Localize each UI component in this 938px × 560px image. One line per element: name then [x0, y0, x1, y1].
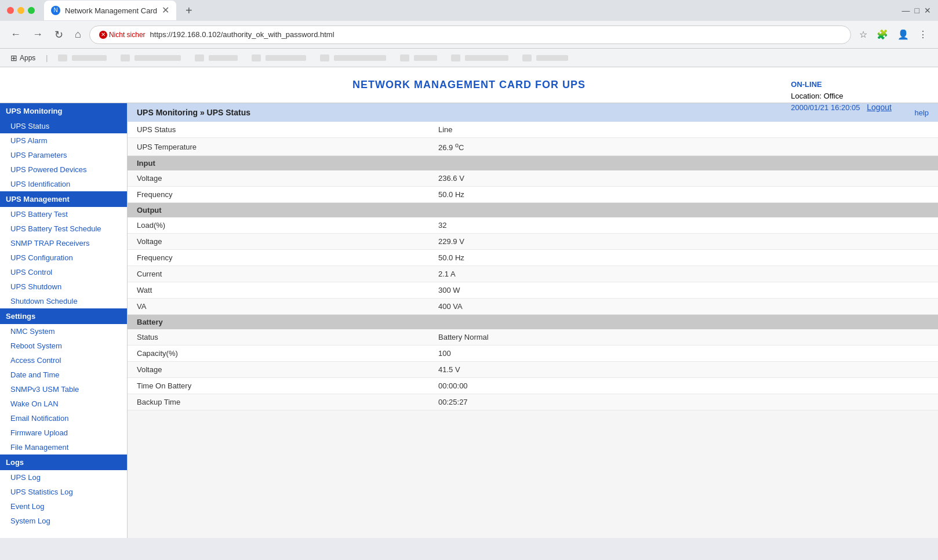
browser-titlebar: N Network Management Card ✕ + — □ ✕: [0, 0, 938, 21]
help-link[interactable]: help: [914, 108, 929, 117]
extensions-icon[interactable]: 🧩: [873, 27, 892, 42]
sidebar-item-reboot-system[interactable]: Reboot System: [0, 339, 127, 353]
row-value: 32: [429, 217, 938, 234]
breadcrumb: UPS Monitoring » UPS Status: [137, 108, 250, 117]
tab-title: Network Management Card: [65, 6, 157, 15]
sidebar-section-settings[interactable]: Settings: [0, 308, 127, 324]
sidebar-item-ups-alarm[interactable]: UPS Alarm: [0, 133, 127, 148]
sidebar-section-logs[interactable]: Logs: [0, 454, 127, 470]
table-row: Time On Battery 00:00:00: [128, 378, 938, 394]
window-maximize-icon[interactable]: □: [915, 6, 919, 15]
status-table: UPS Status Line UPS Temperature 26.9 oC …: [128, 122, 938, 410]
nav-home-btn[interactable]: ⌂: [71, 26, 85, 43]
toolbar-icons: ☆ 🧩 👤 ⋮: [856, 27, 931, 42]
row-label: UPS Temperature: [128, 138, 429, 156]
bookmark-apps[interactable]: ⊞ Apps: [7, 52, 39, 64]
sidebar-item-email-notification[interactable]: Email Notification: [0, 411, 127, 426]
bookmark-star-icon[interactable]: ☆: [856, 27, 871, 42]
table-row: Capacity(%) 100: [128, 346, 938, 362]
sidebar-item-wake-on-lan[interactable]: Wake On LAN: [0, 397, 127, 411]
sidebar-item-ups-log[interactable]: UPS Log: [0, 470, 127, 485]
window-minimize-btn[interactable]: [17, 7, 24, 14]
sidebar-item-ups-parameters[interactable]: UPS Parameters: [0, 148, 127, 162]
bookmark-4[interactable]: [248, 53, 310, 63]
sidebar-section-ups-management[interactable]: UPS Management: [0, 191, 127, 207]
main-layout: UPS Monitoring UPS Status UPS Alarm UPS …: [0, 103, 938, 538]
row-value: 229.9 V: [429, 234, 938, 250]
row-value: Line: [429, 122, 938, 138]
bookmark-8[interactable]: [519, 53, 572, 63]
table-row: Frequency 50.0 Hz: [128, 250, 938, 266]
settings-dots-icon[interactable]: ⋮: [915, 27, 931, 42]
sidebar-item-date-and-time[interactable]: Date and Time: [0, 368, 127, 382]
sidebar-item-shutdown-schedule[interactable]: Shutdown Schedule: [0, 294, 127, 308]
nav-back-btn[interactable]: ←: [7, 26, 24, 43]
bookmark-1[interactable]: [54, 53, 110, 63]
bookmark-5[interactable]: [317, 53, 390, 63]
table-row: Frequency 50.0 Hz: [128, 187, 938, 203]
browser-chrome: N Network Management Card ✕ + — □ ✕ ← → …: [0, 0, 938, 67]
table-section-output: Output: [128, 203, 938, 218]
sidebar-item-nmc-system[interactable]: NMC System: [0, 324, 127, 339]
row-label: Frequency: [128, 250, 429, 266]
row-label: Watt: [128, 282, 429, 299]
sidebar-item-snmp-trap-receivers[interactable]: SNMP TRAP Receivers: [0, 236, 127, 250]
section-label: Battery: [128, 315, 938, 330]
window-close-btn[interactable]: [7, 7, 14, 14]
sidebar-item-event-log[interactable]: Event Log: [0, 499, 127, 514]
window-close-icon[interactable]: ✕: [924, 6, 931, 15]
section-label: Output: [128, 203, 938, 218]
sidebar-item-system-log[interactable]: System Log: [0, 514, 127, 528]
table-row: Voltage 41.5 V: [128, 362, 938, 378]
tab-close-btn[interactable]: ✕: [162, 6, 169, 15]
nav-reload-btn[interactable]: ↻: [51, 26, 67, 43]
address-bar[interactable]: Nicht sicher https://192.168.0.102/autho…: [89, 26, 851, 44]
bookmark-7[interactable]: [448, 53, 512, 63]
window-minimize-icon[interactable]: —: [902, 6, 910, 15]
bookmarks-bar: ⊞ Apps |: [0, 49, 938, 67]
sidebar-item-ups-status[interactable]: UPS Status: [0, 119, 127, 133]
new-tab-btn[interactable]: +: [181, 1, 197, 20]
table-section-battery: Battery: [128, 315, 938, 330]
logout-link[interactable]: Logout: [867, 103, 892, 112]
sidebar-item-ups-battery-test-schedule[interactable]: UPS Battery Test Schedule: [0, 221, 127, 236]
browser-toolbar: ← → ↻ ⌂ Nicht sicher https://192.168.0.1…: [0, 21, 938, 49]
row-value: 00:25:27: [429, 394, 938, 410]
sidebar-item-snmpv3-usm-table[interactable]: SNMPv3 USM Table: [0, 382, 127, 397]
nav-forward-btn[interactable]: →: [29, 26, 46, 43]
sidebar-item-file-management[interactable]: File Management: [0, 440, 127, 454]
row-value: 400 VA: [429, 299, 938, 315]
sidebar-item-ups-control[interactable]: UPS Control: [0, 265, 127, 279]
row-label: Frequency: [128, 187, 429, 203]
row-label: Time On Battery: [128, 378, 429, 394]
bookmark-6[interactable]: [397, 53, 441, 63]
table-row: Watt 300 W: [128, 282, 938, 299]
window-maximize-btn[interactable]: [28, 7, 35, 14]
table-section-input: Input: [128, 156, 938, 171]
table-row: Status Battery Normal: [128, 329, 938, 346]
sidebar-item-ups-identification[interactable]: UPS Identification: [0, 177, 127, 191]
table-row: Voltage 229.9 V: [128, 234, 938, 250]
sidebar-item-ups-configuration[interactable]: UPS Configuration: [0, 250, 127, 265]
bookmark-2[interactable]: [117, 53, 184, 63]
row-label: Current: [128, 266, 429, 282]
sidebar-item-ups-shutdown[interactable]: UPS Shutdown: [0, 279, 127, 294]
profile-icon[interactable]: 👤: [894, 27, 912, 42]
row-label: Voltage: [128, 234, 429, 250]
sidebar-item-access-control[interactable]: Access Control: [0, 353, 127, 368]
bookmark-3[interactable]: [191, 53, 241, 63]
sidebar-item-firmware-upload[interactable]: Firmware Upload: [0, 426, 127, 440]
sidebar-item-ups-powered-devices[interactable]: UPS Powered Devices: [0, 162, 127, 177]
row-label: Backup Time: [128, 394, 429, 410]
page-header: NETWORK MANAGEMENT CARD FOR UPS ON-LINE …: [0, 67, 938, 103]
row-value: 41.5 V: [429, 362, 938, 378]
content-area: UPS Monitoring » UPS Status help UPS Sta…: [128, 103, 938, 538]
sidebar-item-ups-battery-test[interactable]: UPS Battery Test: [0, 207, 127, 221]
sidebar-section-ups-monitoring[interactable]: UPS Monitoring: [0, 103, 127, 119]
sidebar: UPS Monitoring UPS Status UPS Alarm UPS …: [0, 103, 128, 538]
table-row: Load(%) 32: [128, 217, 938, 234]
header-status: ON-LINE Location: Office 2000/01/21 16:2…: [791, 79, 892, 114]
sidebar-item-ups-statistics-log[interactable]: UPS Statistics Log: [0, 485, 127, 499]
row-label: UPS Status: [128, 122, 429, 138]
row-value: Battery Normal: [429, 329, 938, 346]
